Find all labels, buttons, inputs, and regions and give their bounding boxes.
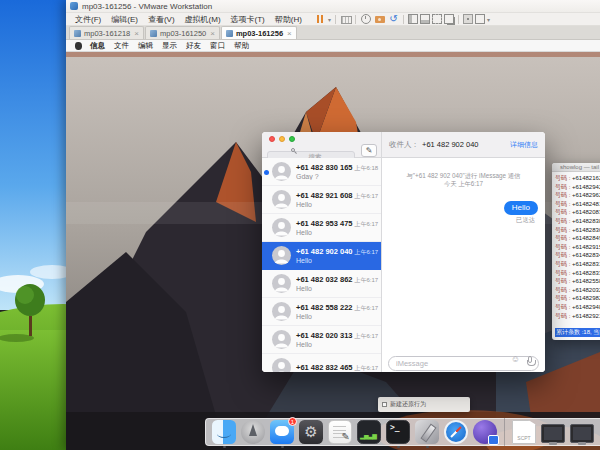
contact-number: +61 482 902 040: [296, 247, 353, 256]
conversation-item[interactable]: +61 482 921 608 上午6:17 Hello: [262, 186, 381, 214]
vmware-tabbar: mp03-161218 mp03-161250 mp03-161256: [66, 26, 600, 40]
dropdown-caret-icon[interactable]: ▾: [487, 16, 490, 23]
contact-avatar: [272, 302, 291, 321]
unread-indicator-dot: [264, 170, 269, 175]
vmware-menu-item[interactable]: 编辑(E): [106, 14, 143, 25]
snapshot-manager-button[interactable]: [360, 13, 372, 25]
conversation-item[interactable]: +61 482 832 465 上午6:17: [262, 354, 381, 372]
log-line: 号码 : +614828385: [555, 217, 600, 226]
macos-menu-item[interactable]: 显示: [162, 41, 177, 51]
dock-icon-separator[interactable]: [502, 418, 507, 446]
minimize-button[interactable]: [279, 136, 285, 142]
person-icon: [272, 358, 291, 372]
message-preview: Hello: [296, 201, 377, 208]
log-line: 号码 : +614829480: [555, 303, 600, 312]
conversation-time: 上午6:17: [355, 364, 379, 373]
unity-mode-button[interactable]: [444, 14, 454, 24]
vm-tab[interactable]: mp03-161218: [69, 26, 144, 39]
vmware-menu-item[interactable]: 虚拟机(M): [180, 14, 226, 25]
vmware-menubar: 文件(F)编辑(E)查看(V)虚拟机(M)选项卡(T)帮助(H) ▾ ↺ ▾: [66, 13, 600, 26]
dock-icon-window1[interactable]: [541, 422, 565, 443]
vmware-menu-item[interactable]: 选项卡(T): [226, 14, 270, 25]
apple-menu-icon[interactable]: [75, 42, 82, 50]
toolbar-separator: [355, 15, 356, 24]
running-indicator: [426, 446, 429, 449]
message-input-bar: ☺: [382, 348, 545, 372]
vmware-menu-item[interactable]: 查看(V): [143, 14, 180, 25]
dock-icon-preferences[interactable]: [299, 420, 323, 444]
dock-icon-script[interactable]: SCPT: [512, 420, 536, 444]
message-preview: Gday ?: [296, 173, 377, 180]
library-panel-button[interactable]: [408, 14, 418, 24]
macos-menu-item[interactable]: 编辑: [138, 41, 153, 51]
send-ctrl-alt-del-button[interactable]: [340, 13, 351, 25]
conversation-item[interactable]: +61 482 830 165 上午6:18 Gday ?: [262, 158, 381, 186]
contact-avatar: [272, 162, 291, 181]
emoji-icon[interactable]: ☺: [511, 355, 520, 364]
tab-close-icon[interactable]: [134, 29, 139, 38]
dropdown-caret-icon[interactable]: ▾: [328, 16, 331, 23]
dock-icon-textedit[interactable]: [328, 420, 352, 444]
conversation-time: 上午6:17: [355, 220, 379, 229]
message-preview: Hello: [296, 313, 377, 320]
conversation-item[interactable]: +61 482 032 862 上午6:17 Hello: [262, 270, 381, 298]
vm-tab[interactable]: mp03-161250: [145, 26, 220, 39]
macos-menu-item[interactable]: 好友: [186, 41, 201, 51]
toolbar-separator: [335, 15, 336, 24]
log-line: 号码 : +614828496: [555, 234, 600, 243]
tab-close-icon[interactable]: [210, 29, 215, 38]
conversation-item[interactable]: +61 482 953 475 上午6:17 Hello: [262, 214, 381, 242]
macos-menu-item[interactable]: 窗口: [210, 41, 225, 51]
macos-menu-item[interactable]: 信息: [90, 41, 105, 51]
person-icon: [272, 218, 291, 237]
toolbar-separator: [403, 15, 404, 24]
vm-tab[interactable]: mp03-161256: [221, 26, 297, 39]
take-snapshot-button[interactable]: [374, 13, 386, 25]
vmware-titlebar[interactable]: mp03-161256 - VMware Workstation: [66, 0, 600, 13]
conversation-list: +61 482 830 165 上午6:18 Gday ?: [262, 158, 381, 372]
macos-menu-item[interactable]: 帮助: [234, 41, 249, 51]
dock-icon-safari[interactable]: [444, 420, 468, 444]
person-icon: [272, 302, 291, 321]
dock-icon-network[interactable]: [473, 420, 497, 444]
dock-icon-automator[interactable]: [415, 420, 439, 444]
vmware-menu-item[interactable]: 文件(F): [70, 14, 106, 25]
chat-header: 收件人： +61 482 902 040 详细信息: [382, 132, 545, 158]
dock-icon-launchpad[interactable]: [241, 420, 265, 444]
person-icon: [272, 246, 291, 265]
contact-avatar: [272, 330, 291, 349]
pause-vm-button[interactable]: [314, 13, 326, 25]
screen: mp03-161256 - VMware Workstation 文件(F)编辑…: [0, 0, 600, 450]
dock-icon-terminal[interactable]: [386, 420, 410, 444]
tab-close-icon[interactable]: [287, 29, 292, 38]
background-panel: 新建还原行为: [378, 397, 470, 412]
revert-snapshot-button[interactable]: ↺: [388, 13, 399, 25]
vmware-menu-item[interactable]: 帮助(H): [270, 14, 307, 25]
dock-icon-activity[interactable]: [357, 420, 381, 444]
dock-icon-window2[interactable]: [570, 422, 594, 443]
fullscreen-button[interactable]: [432, 14, 442, 24]
checkbox[interactable]: [382, 402, 387, 407]
expand-view-button[interactable]: [475, 14, 485, 24]
dock-icon-finder[interactable]: [212, 420, 236, 444]
contact-number: +61 482 032 862: [296, 275, 353, 284]
conversation-item[interactable]: +61 482 020 313 上午6:17 Hello: [262, 326, 381, 354]
conversation-pane: ✎: [262, 132, 382, 372]
details-link[interactable]: 详细信息: [510, 140, 538, 150]
zoom-button[interactable]: [289, 136, 295, 142]
macos-menu-item[interactable]: 文件: [114, 41, 129, 51]
dock-icon-messages[interactable]: 1: [270, 420, 294, 444]
conversation-time: 上午6:17: [355, 276, 379, 285]
microphone-icon[interactable]: [528, 356, 532, 363]
contact-avatar: [272, 218, 291, 237]
conversation-item[interactable]: +61 482 558 222 上午6:17 Hello: [262, 298, 381, 326]
person-icon: [272, 330, 291, 349]
close-button[interactable]: [269, 136, 275, 142]
contact-number: +61 482 830 165: [296, 163, 353, 172]
thumbnail-bar-button[interactable]: [420, 14, 430, 24]
compose-button[interactable]: ✎: [361, 144, 377, 157]
console-view-button[interactable]: [463, 14, 473, 24]
contact-number: +61 482 832 465: [296, 363, 353, 372]
conversation-item[interactable]: +61 482 902 040 上午6:17 Hello: [262, 242, 381, 270]
search-field-wrap: [267, 145, 355, 156]
